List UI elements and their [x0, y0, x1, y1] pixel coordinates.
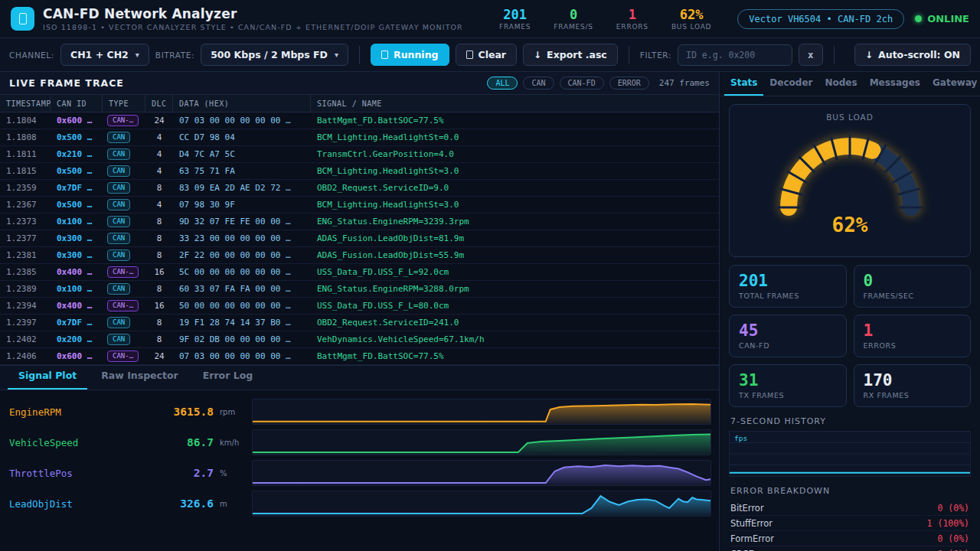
filter-chip-can-fd[interactable]: CAN-FD	[560, 77, 604, 90]
filter-input[interactable]	[678, 44, 792, 66]
sidebar-tab-stats[interactable]: Stats	[724, 72, 763, 96]
cell-dlc: 8	[145, 250, 173, 260]
stat-card: 170RX FRAMES	[854, 364, 972, 407]
cell-dlc: 4	[145, 132, 173, 142]
table-row[interactable]: 1.24060x600 …CAN-…2407 03 00 00 00 00 00…	[0, 348, 719, 365]
cell-signal: BattMgmt_FD.BattSOC=77.5%	[311, 116, 719, 126]
cell-data-hex: 33 23 00 00 00 00 00 …	[173, 233, 311, 243]
cell-can-id: 0x7DF …	[51, 183, 103, 193]
cell-dlc: 8	[145, 284, 173, 294]
stat-card: 31TX FRAMES	[729, 364, 847, 407]
stat-card-label: TX FRAMES	[739, 391, 837, 399]
chevron-down-icon: ▾	[136, 51, 139, 59]
tab-raw-inspector[interactable]: Raw Inspector	[90, 364, 189, 390]
stat-cards: 201TOTAL FRAMES0FRAMES/SEC45CAN-FD1ERROR…	[729, 265, 971, 407]
table-row[interactable]: 1.18150x500 …CAN463 75 71 FABCM_Lighting…	[0, 163, 719, 180]
cell-signal: USS_Data_FD.USS_F_L=92.0cm	[311, 267, 719, 277]
cell-type: CAN	[103, 249, 145, 261]
bitrate-select[interactable]: 500 Kbps / 2 Mbps FD ▾	[201, 44, 348, 66]
error-name: FormError	[730, 533, 774, 544]
table-row[interactable]: 1.23770x300 …CAN833 23 00 00 00 00 00 …A…	[0, 230, 719, 247]
tab-error-log[interactable]: Error Log	[192, 364, 263, 390]
cell-can-id: 0x100 …	[51, 284, 103, 294]
signal-unit: %	[220, 469, 252, 478]
header-stat: 62%BUS LOAD	[671, 7, 711, 31]
cell-can-id: 0x400 …	[51, 301, 103, 311]
type-badge: CAN	[107, 233, 130, 244]
signal-row-throttlepos: ThrottlePos2.7%	[0, 458, 719, 488]
table-row[interactable]: 1.18110x210 …CAN4D4 7C A7 5CTransmCtrl.G…	[0, 146, 719, 163]
sidebar-tab-nodes[interactable]: Nodes	[818, 72, 863, 96]
cell-data-hex: 60 33 07 FA FA 00 00 …	[173, 284, 311, 294]
signal-name: LeadObjDist	[9, 498, 124, 510]
table-row[interactable]: 1.23810x300 …CAN82F 22 00 00 00 00 00 …A…	[0, 247, 719, 264]
cell-dlc: 4	[145, 149, 173, 159]
clear-button[interactable]: Clear	[456, 44, 518, 66]
export-button[interactable]: ↓ Export .asc	[523, 44, 618, 66]
cell-signal: BCM_Lighting.HeadlightSt=3.0	[311, 200, 719, 210]
cell-timestamp: 1.1804	[0, 116, 51, 126]
filter-clear-button[interactable]: x	[799, 44, 823, 66]
stat-card-label: TOTAL FRAMES	[739, 292, 837, 300]
cell-type: CAN-…	[103, 350, 145, 362]
export-label: Export .asc	[547, 49, 607, 60]
filter-chip-can[interactable]: CAN	[523, 77, 554, 90]
table-row[interactable]: 1.18080x500 …CAN4CC D7 98 04BCM_Lighting…	[0, 129, 719, 146]
cell-type: CAN	[103, 334, 145, 345]
divider	[629, 46, 629, 64]
sidebar: StatsDecoderNodesMessagesGateway BUS LOA…	[720, 72, 980, 551]
device-badge: Vector VH6504 • CAN-FD 2ch	[737, 9, 904, 29]
cell-can-id: 0x600 …	[51, 351, 103, 361]
cell-type: CAN	[103, 182, 145, 194]
type-badge: CAN	[107, 334, 130, 345]
filter-chip-all[interactable]: ALL	[487, 77, 518, 90]
sidebar-tab-gateway[interactable]: Gateway	[926, 72, 980, 96]
table-row[interactable]: 1.23670x500 …CAN407 98 30 9FBCM_Lighting…	[0, 197, 719, 214]
cell-can-id: 0x500 …	[51, 132, 103, 142]
header-stat-label: FRAMES/S	[554, 23, 593, 31]
header-stat-value: 201	[499, 7, 531, 22]
signal-row-leadobjdist: LeadObjDist326.6m	[0, 488, 719, 519]
channel-select[interactable]: CH1 + CH2 ▾	[60, 44, 149, 66]
cell-dlc: 4	[145, 166, 173, 176]
page-title: CAN-FD Network Analyzer	[43, 6, 463, 21]
cell-type: CAN	[103, 233, 145, 244]
signal-name: VehicleSpeed	[9, 437, 124, 448]
sidebar-tab-messages[interactable]: Messages	[864, 72, 926, 96]
signal-value: 2.7	[124, 467, 220, 479]
cell-data-hex: 50 00 00 00 00 00 00 …	[173, 301, 311, 311]
cell-dlc: 24	[145, 351, 173, 361]
table-row[interactable]: 1.23730x100 …CAN89D 32 07 FE FE 00 00 …E…	[0, 214, 719, 230]
table-row[interactable]: 1.23940x400 …CAN-…1650 00 00 00 00 00 00…	[0, 298, 719, 315]
signal-sparkline	[252, 491, 711, 517]
cell-type: CAN	[103, 148, 145, 160]
table-row[interactable]: 1.23970x7DF …CAN819 F1 28 74 14 37 B0 …O…	[0, 315, 719, 331]
signal-value: 326.6	[124, 497, 220, 510]
type-badge: CAN	[107, 216, 130, 227]
error-row: CRCError0 (0%)	[730, 546, 969, 551]
header-stat-label: ERRORS	[616, 23, 648, 31]
cell-type: CAN-…	[103, 266, 145, 278]
stat-card-label: CAN-FD	[739, 341, 837, 350]
table-row[interactable]: 1.23850x400 …CAN-…165C 00 00 00 00 00 00…	[0, 264, 719, 281]
cell-data-hex: 9F 02 DB 00 00 00 00 …	[173, 334, 311, 344]
signal-row-enginerpm: EngineRPM3615.8rpm	[0, 396, 719, 427]
sidebar-tab-decoder[interactable]: Decoder	[763, 72, 818, 96]
autoscroll-button[interactable]: ↓ Auto-scroll: ON	[854, 44, 971, 66]
table-row[interactable]: 1.23590x7DF …CAN883 09 EA 2D AE D2 72 …O…	[0, 180, 719, 197]
type-badge: CAN	[107, 148, 130, 160]
type-badge: CAN-…	[107, 115, 139, 126]
type-badge: CAN	[107, 317, 130, 328]
running-button[interactable]: Running	[371, 44, 449, 66]
tab-signal-plot[interactable]: Signal Plot	[8, 364, 87, 390]
filter-chip-error[interactable]: ERROR	[609, 77, 649, 90]
stat-card: 0FRAMES/SEC	[854, 265, 972, 308]
table-row[interactable]: 1.23890x100 …CAN860 33 07 FA FA 00 00 …E…	[0, 281, 719, 298]
table-row[interactable]: 1.18040x600 …CAN-…2407 03 00 00 00 00 00…	[0, 112, 719, 129]
cell-dlc: 8	[145, 334, 173, 344]
bus-load-card: BUS LOAD 62%	[729, 104, 971, 257]
table-row[interactable]: 1.24020x200 …CAN89F 02 DB 00 00 00 00 …V…	[0, 331, 719, 348]
error-row: BitError0 (0%)	[730, 500, 969, 516]
trace-title: LIVE FRAME TRACE	[9, 77, 124, 89]
toolbar: CHANNEL: CH1 + CH2 ▾ BITRATE: 500 Kbps /…	[0, 38, 980, 72]
